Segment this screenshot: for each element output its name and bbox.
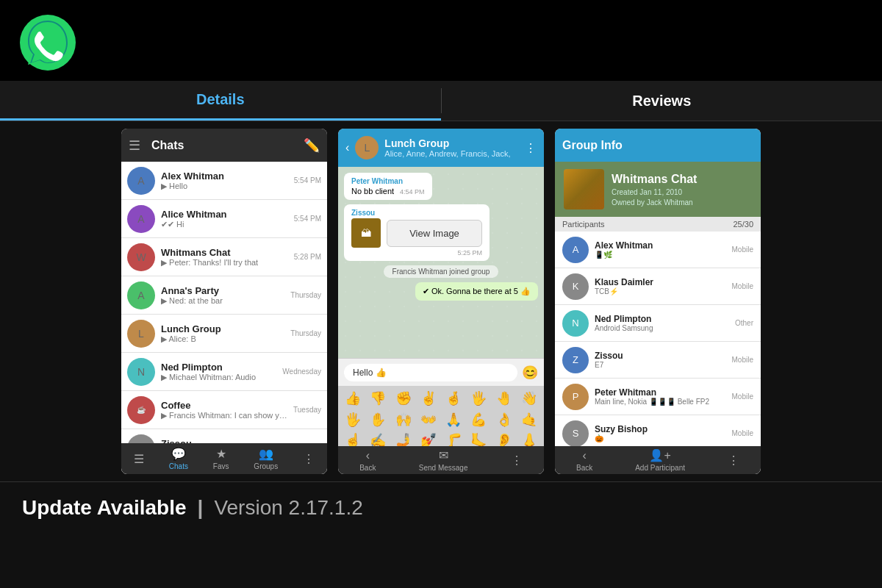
chat-input-field[interactable]: Hello 👍 <box>344 364 517 381</box>
participant-name: Alex Whitman <box>595 240 726 251</box>
group-banner-image <box>564 169 604 209</box>
group-banner-name: Whitmans Chat <box>612 173 752 186</box>
add-participant-button[interactable]: 👤+ Add Participant <box>635 448 685 472</box>
bottom-bar-groups[interactable]: 👥 Groups <box>254 447 278 470</box>
message-bubble: Zissou 🏔 View Image 5:25 PM <box>344 204 490 261</box>
message-sender: Peter Whitman <box>351 177 425 185</box>
chat-item[interactable]: A Alice Whitman ✔✔ Hi 5:54 PM <box>121 200 327 238</box>
back-icon[interactable]: ‹ <box>345 141 349 154</box>
emoji-icon[interactable]: 😊 <box>522 365 538 381</box>
participant-item[interactable]: K Klaus Daimler TCB⚡ Mobile <box>555 268 761 305</box>
chat-window-avatar: L <box>355 136 379 159</box>
participant-sub: 🎃 <box>595 434 726 442</box>
message-time: 4:54 PM <box>400 188 425 196</box>
chat-name: Lunch Group <box>161 323 284 334</box>
participant-name: Klaus Daimler <box>595 277 726 287</box>
back-button[interactable]: ‹ Back <box>576 449 592 472</box>
more-options-button[interactable]: ⋮ <box>511 453 523 467</box>
avatar: L <box>127 320 155 348</box>
chat-list-panel: ☰ Chats ✏️ A Alex Whitman ▶ Hello 5:54 P… <box>121 129 327 474</box>
participant-device: Mobile <box>732 245 753 254</box>
chat-time: 5:54 PM <box>294 176 321 184</box>
chat-messages: Peter Whitman No bb client 4:54 PM Zisso… <box>338 167 544 358</box>
menu-icon: ☰ <box>129 137 140 154</box>
tab-details[interactable]: Details <box>0 81 441 121</box>
participant-name: Zissou <box>595 351 726 361</box>
chat-item[interactable]: W Whitmans Chat ▶ Peter: Thanks! I'll tr… <box>121 238 327 276</box>
participant-device: Other <box>735 319 753 327</box>
message-sender: Zissou <box>351 209 482 217</box>
chats-header-title: Chats <box>151 139 293 152</box>
tabs-row: Details Reviews <box>0 81 882 121</box>
chat-preview: ▶ Peter: Thanks! I'll try that <box>161 258 288 268</box>
chat-input-area[interactable]: Hello 👍 😊 <box>338 358 544 386</box>
participant-item[interactable]: P Peter Whitman Main line, Nokia 📱📱📱 Bel… <box>555 379 761 415</box>
group-info-header: Group Info <box>555 129 761 162</box>
message-time: 5:25 PM <box>457 249 482 257</box>
bottom-bar-menu[interactable]: ☰ <box>134 452 144 466</box>
options-icon[interactable]: ⋮ <box>525 141 537 155</box>
participant-sub: Android Samsung <box>595 324 729 332</box>
participant-sub: 📱🌿 <box>595 251 726 259</box>
chat-time: Thursday <box>290 291 321 299</box>
chat-name: Alice Whitman <box>161 209 288 220</box>
chat-item[interactable]: A Anna's Party ▶ Ned: at the bar Thursda… <box>121 276 327 315</box>
bottom-bar-more[interactable]: ⋮ <box>303 452 315 466</box>
avatar: A <box>127 167 155 195</box>
group-owned-by: Owned by Jack Whitman <box>612 198 752 207</box>
chat-time: 5:54 PM <box>294 215 321 223</box>
participant-device: Mobile <box>732 356 753 364</box>
main-content: ☰ Chats ✏️ A Alex Whitman ▶ Hello 5:54 P… <box>0 121 882 481</box>
participant-sub: E7 <box>595 361 726 369</box>
participant-name: Peter Whitman <box>595 387 726 398</box>
participant-item[interactable]: A Alex Whitman 📱🌿 Mobile <box>555 232 761 268</box>
chat-item[interactable]: N Ned Plimpton ▶ Michael Whitman: Audio … <box>121 353 327 391</box>
chat-name: Whitmans Chat <box>161 247 288 258</box>
chat-list-header: ☰ Chats ✏️ <box>121 129 327 162</box>
group-info-bottom-bar: ‹ Back 👤+ Add Participant ⋮ <box>555 446 761 474</box>
participant-avatar: Z <box>562 347 589 373</box>
chat-item[interactable]: L Lunch Group ▶ Alice: B Thursday <box>121 315 327 353</box>
participant-avatar: P <box>562 384 589 410</box>
send-message-button[interactable]: ✉ Send Message <box>419 448 468 472</box>
chat-preview: ▶ Michael Whitman: Audio <box>161 373 276 382</box>
chat-preview: ▶ Alice: B <box>161 334 284 344</box>
more-options-button[interactable]: ⋮ <box>728 453 739 467</box>
avatar: N <box>127 358 155 386</box>
chat-list-bottom-bar: ☰ 💬 Chats ★ Favs 👥 Groups ⋮ <box>121 443 327 474</box>
view-image-button[interactable]: View Image <box>387 220 482 247</box>
participant-avatar: A <box>562 237 589 263</box>
participant-avatar: N <box>562 310 589 337</box>
participant-sub: Main line, Nokia 📱📱📱 Belle FP2 <box>595 398 726 406</box>
participant-avatar: S <box>562 420 589 447</box>
chat-preview: ▶ Hello <box>161 182 288 191</box>
participant-name: Ned Plimpton <box>595 314 729 324</box>
chat-preview: ✔✔ Hi <box>161 220 288 229</box>
chat-window-bottom-bar: ‹ Back ✉ Send Message ⋮ <box>338 446 544 474</box>
bottom-bar-chats[interactable]: 💬 Chats <box>169 447 188 470</box>
chat-name: Alex Whitman <box>161 171 288 182</box>
update-bar: Update Available | Version 2.17.1.2 <box>0 481 882 533</box>
chat-name: Coffee <box>161 400 287 411</box>
avatar: W <box>127 243 155 271</box>
participant-item[interactable]: Z Zissou E7 Mobile <box>555 342 761 379</box>
back-button[interactable]: ‹ Back <box>359 449 376 472</box>
compose-icon[interactable]: ✏️ <box>304 137 320 154</box>
participant-device: Mobile <box>732 429 753 437</box>
chat-item[interactable]: A Alex Whitman ▶ Hello 5:54 PM <box>121 162 327 200</box>
avatar: A <box>127 205 155 233</box>
group-banner: Whitmans Chat Created Jan 11, 2010 Owned… <box>555 162 761 217</box>
chat-preview: ▶ Ned: at the bar <box>161 296 284 306</box>
bottom-bar-favs[interactable]: ★ Favs <box>213 447 229 470</box>
chat-item[interactable]: ☕ Coffee ▶ Francis Whitman: I can show y… <box>121 391 327 429</box>
top-header: 3 <box>0 0 882 81</box>
update-label: Update Available <box>22 496 187 520</box>
participant-item[interactable]: N Ned Plimpton Android Samsung Other <box>555 305 761 342</box>
group-info-panel: Group Info Whitmans Chat Created Jan 11,… <box>555 129 761 474</box>
tab-reviews[interactable]: Reviews <box>442 81 883 121</box>
chat-window-header: ‹ L Lunch Group Alice, Anne, Andrew, Fra… <box>338 129 544 167</box>
update-separator: | <box>198 496 204 520</box>
participant-sub: TCB⚡ <box>595 287 726 295</box>
participants-header: Participants 25/30 <box>555 217 761 232</box>
chat-preview: ▶ Francis Whitman: I can show you if no <box>161 411 287 420</box>
